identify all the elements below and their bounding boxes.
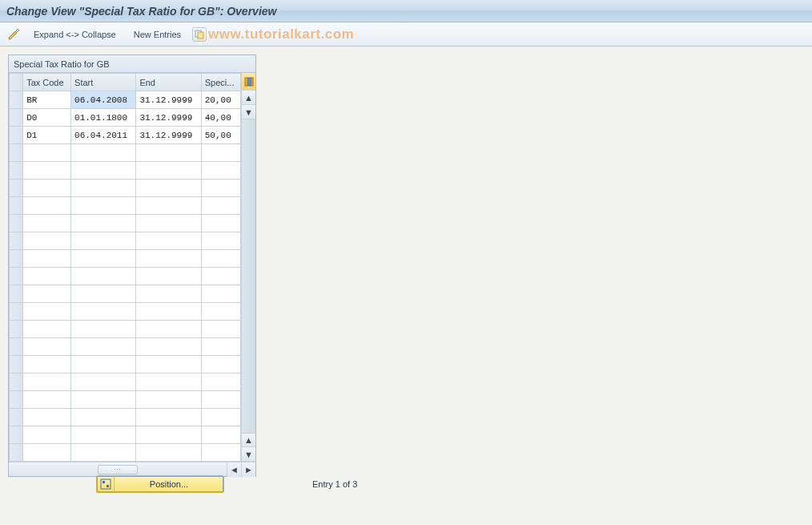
- cell-special[interactable]: [201, 285, 240, 303]
- cell-end[interactable]: [136, 426, 201, 444]
- scroll-up-icon[interactable]: ▲: [242, 91, 255, 105]
- cell-start[interactable]: [71, 409, 136, 426]
- cell-end[interactable]: [136, 391, 201, 409]
- scroll-right-icon[interactable]: ►: [241, 462, 255, 477]
- row-selector[interactable]: [10, 444, 23, 462]
- cell-tax-code[interactable]: [23, 144, 71, 162]
- cell-tax-code[interactable]: [23, 444, 71, 462]
- cell-end[interactable]: [136, 162, 201, 180]
- cell-start[interactable]: [71, 268, 136, 285]
- cell-tax-code[interactable]: [23, 356, 71, 374]
- row-selector[interactable]: [10, 268, 23, 285]
- cell-end[interactable]: [136, 374, 201, 391]
- cell-start[interactable]: [71, 356, 136, 374]
- cell-special[interactable]: [201, 197, 240, 215]
- cell-end[interactable]: [136, 215, 201, 232]
- cell-start[interactable]: [71, 180, 136, 197]
- cell-tax-code[interactable]: [23, 338, 71, 356]
- row-selector[interactable]: [10, 162, 23, 180]
- row-selector[interactable]: [10, 285, 23, 303]
- cell-special[interactable]: [201, 409, 240, 426]
- row-selector[interactable]: [10, 303, 23, 321]
- cell-special[interactable]: [201, 391, 240, 409]
- cell-end[interactable]: [136, 250, 201, 268]
- cell-start[interactable]: [71, 444, 136, 462]
- row-selector[interactable]: [10, 215, 23, 232]
- row-selector[interactable]: [10, 91, 23, 109]
- cell-tax-code[interactable]: [23, 215, 71, 232]
- new-entries-button[interactable]: New Entries: [127, 26, 187, 43]
- scroll-left-icon[interactable]: ◄: [227, 462, 241, 477]
- row-selector[interactable]: [10, 144, 23, 162]
- cell-special[interactable]: [201, 215, 240, 232]
- cell-tax-code[interactable]: BR: [23, 91, 71, 109]
- cell-tax-code[interactable]: [23, 426, 71, 444]
- cell-end[interactable]: [136, 444, 201, 462]
- cell-special[interactable]: [201, 303, 240, 321]
- configure-columns-icon[interactable]: [242, 73, 255, 91]
- row-selector[interactable]: [10, 109, 23, 127]
- cell-tax-code[interactable]: D1: [23, 127, 71, 144]
- cell-tax-code[interactable]: [23, 180, 71, 197]
- cell-start[interactable]: [71, 144, 136, 162]
- cell-start[interactable]: [71, 232, 136, 250]
- col-header-start[interactable]: Start: [71, 74, 136, 91]
- cell-special[interactable]: 20,00: [201, 91, 240, 109]
- cell-special[interactable]: [201, 374, 240, 391]
- cell-end[interactable]: [136, 197, 201, 215]
- cell-end[interactable]: [136, 232, 201, 250]
- cell-end[interactable]: [136, 303, 201, 321]
- cell-special[interactable]: [201, 180, 240, 197]
- cell-end[interactable]: [136, 180, 201, 197]
- cell-start[interactable]: [71, 374, 136, 391]
- cell-tax-code[interactable]: [23, 303, 71, 321]
- scroll-up2-icon[interactable]: ▲: [242, 433, 255, 447]
- expand-collapse-button[interactable]: Expand <-> Collapse: [27, 26, 123, 43]
- cell-tax-code[interactable]: [23, 268, 71, 285]
- cell-special[interactable]: [201, 162, 240, 180]
- cell-tax-code[interactable]: [23, 232, 71, 250]
- cell-special[interactable]: [201, 144, 240, 162]
- cell-special[interactable]: [201, 268, 240, 285]
- cell-end[interactable]: [136, 285, 201, 303]
- cell-start[interactable]: [71, 285, 136, 303]
- cell-special[interactable]: [201, 444, 240, 462]
- row-selector[interactable]: [10, 232, 23, 250]
- change-mode-icon[interactable]: [6, 26, 22, 42]
- cell-end[interactable]: 31.12.9999: [136, 109, 201, 127]
- row-selector[interactable]: [10, 356, 23, 374]
- row-selector[interactable]: [10, 321, 23, 338]
- col-header-tax-code[interactable]: Tax Code: [23, 74, 71, 91]
- copy-icon[interactable]: [192, 27, 207, 42]
- cell-start[interactable]: [71, 197, 136, 215]
- scroll-track[interactable]: [242, 119, 255, 433]
- cell-end[interactable]: 31.12.9999: [136, 127, 201, 144]
- cell-special[interactable]: [201, 321, 240, 338]
- row-selector[interactable]: [10, 391, 23, 409]
- cell-end[interactable]: [136, 409, 201, 426]
- cell-tax-code[interactable]: [23, 409, 71, 426]
- row-selector[interactable]: [10, 250, 23, 268]
- cell-start[interactable]: [71, 303, 136, 321]
- row-selector[interactable]: [10, 127, 23, 144]
- cell-end[interactable]: 31.12.9999: [136, 91, 201, 109]
- cell-start[interactable]: [71, 215, 136, 232]
- cell-start[interactable]: 01.01.1800: [71, 109, 136, 127]
- cell-start[interactable]: [71, 250, 136, 268]
- row-selector[interactable]: [10, 338, 23, 356]
- row-selector[interactable]: [10, 180, 23, 197]
- cell-special[interactable]: 40,00: [201, 109, 240, 127]
- cell-start[interactable]: [71, 162, 136, 180]
- cell-tax-code[interactable]: [23, 285, 71, 303]
- cell-end[interactable]: [136, 144, 201, 162]
- cell-end[interactable]: [136, 356, 201, 374]
- select-all-corner[interactable]: [10, 74, 23, 91]
- cell-start[interactable]: 06.04.2011: [71, 127, 136, 144]
- scroll-down-icon[interactable]: ▼: [242, 105, 255, 119]
- cell-special[interactable]: [201, 426, 240, 444]
- row-selector[interactable]: [10, 374, 23, 391]
- cell-tax-code[interactable]: [23, 197, 71, 215]
- scroll-down2-icon[interactable]: ▼: [242, 447, 255, 462]
- cell-start[interactable]: 06.04.2008: [71, 91, 136, 109]
- cell-special[interactable]: [201, 250, 240, 268]
